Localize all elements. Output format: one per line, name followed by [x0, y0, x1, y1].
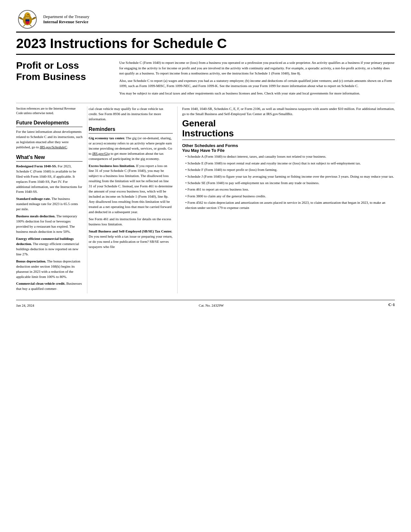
list-item-schedule-f: Schedule F (Form 1040) to report profit …	[182, 167, 395, 172]
svg-point-5	[28, 14, 29, 15]
header: ★★★ Department of the Treasury Internal …	[16, 10, 395, 33]
irs-logo: ★★★	[16, 10, 39, 29]
col3-sbse-continuation: Form 1040, 1040-SR, Schedules C, E, F, o…	[182, 106, 395, 117]
whats-new-item-3: Business meals deduction. The temporary …	[16, 214, 83, 234]
top-content: Profit or Loss From Business Use Schedul…	[16, 60, 395, 98]
intro-para-3: You may be subject to state and local ta…	[119, 91, 395, 96]
list-item-form-461: Form 461 to report an excess business lo…	[182, 187, 395, 192]
footer: Jan 24, 2024 Cat. No. 24329W C-1	[16, 300, 395, 307]
page: ★★★ Department of the Treasury Internal …	[0, 0, 411, 532]
bottom-three-col: Section references are to the Internal R…	[16, 103, 395, 293]
reminders-item-2: Excess business loss limitation. If you …	[89, 163, 173, 215]
future-dev-text: For the latest information about develop…	[16, 129, 83, 150]
whats-new-item-4: Energy efficient commercial buildings de…	[16, 236, 83, 257]
list-item-form-4562: Form 4562 to claim depreciation and amor…	[182, 200, 395, 210]
whats-new-item-5: Bonus depreciation. The bonus depreciati…	[16, 259, 83, 280]
col2: cial clean vehicle may qualify for a cle…	[87, 106, 177, 293]
reminders-item-1: Gig economy tax center. The gig (or on-d…	[89, 136, 173, 162]
left-column-top: Profit or Loss From Business	[16, 60, 116, 98]
future-dev-heading: Future Developments	[16, 120, 83, 127]
list-item-schedule-a: Schedule A (Form 1040) to deduct interes…	[182, 154, 395, 159]
col2-continuation: cial clean vehicle may qualify for a cle…	[89, 106, 173, 122]
whats-new-item-2: Standard mileage rate. The business stan…	[16, 196, 83, 212]
irs-label: Internal Revenue Service	[43, 19, 89, 25]
intro-para-1: Use Schedule C (Form 1040) to report inc…	[119, 60, 395, 76]
footer-date: Jan 24, 2024	[16, 303, 34, 307]
whats-new-item-1: Redesigned Form 1040-SS. For 2023, Sched…	[16, 164, 83, 195]
footer-cat: Cat. No. 24329W	[199, 303, 224, 307]
header-text: Department of the Treasury Internal Reve…	[43, 14, 89, 25]
col1: Section references are to the Internal R…	[16, 106, 87, 293]
profit-loss-title: Profit or Loss From Business	[16, 60, 110, 82]
main-title: 2023 Instructions for Schedule C	[16, 36, 395, 55]
whats-new-item-6: Commercial clean vehicle credit. Busines…	[16, 281, 83, 291]
reminders-heading: Reminders	[89, 126, 173, 133]
other-schedules-heading: Other Schedules and FormsYou May Have To…	[182, 143, 395, 153]
dept-label: Department of the Treasury	[43, 14, 89, 19]
list-item-schedule-se: Schedule SE (Form 1040) to pay self-empl…	[182, 181, 395, 185]
list-item-schedule-e: Schedule E (Form 1040) to report rental …	[182, 161, 395, 166]
reminders-item-3: See Form 461 and its instructions for de…	[89, 217, 173, 227]
svg-text:★★★: ★★★	[25, 17, 30, 19]
right-column-intro: Use Schedule C (Form 1040) to report inc…	[116, 60, 395, 98]
list-item-schedule-j: Schedule J (Form 1040) to figure your ta…	[182, 174, 395, 179]
intro-para-2: Also, use Schedule C to report (a) wages…	[119, 78, 395, 89]
list-item-form-3800: Form 3800 to claim any of the general bu…	[182, 194, 395, 199]
other-schedules-list: Schedule A (Form 1040) to deduct interes…	[182, 154, 395, 210]
whats-new-heading: What's New	[16, 154, 83, 162]
reminders-item-4: Small Business and Self-Employed (SB/SE)…	[89, 229, 173, 250]
general-instructions-heading: GeneralInstructions	[182, 119, 395, 140]
svg-point-4	[25, 12, 30, 16]
footer-page: C-1	[388, 302, 395, 307]
section-ref: Section references are to the Internal R…	[16, 106, 83, 115]
col3: Form 1040, 1040-SR, Schedules C, E, F, o…	[177, 106, 395, 293]
